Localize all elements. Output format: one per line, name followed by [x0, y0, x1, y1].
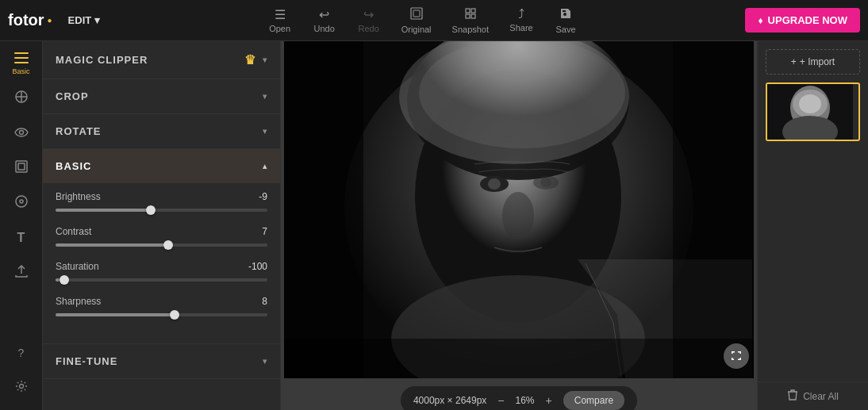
svg-point-23: [488, 178, 501, 190]
svg-rect-28: [284, 41, 363, 378]
basic-icon: [14, 52, 29, 67]
saturation-slider-row: Saturation -100: [56, 261, 267, 282]
svg-point-15: [19, 385, 23, 389]
magic-clipper-chevron: ▾: [263, 56, 267, 64]
canvas-dimensions: 4000px × 2649px: [413, 395, 486, 406]
magic-clipper-section: MAGIC CLIPPER ♛ ▾: [43, 41, 280, 79]
topbar-tools: ☰ Open ↩ Undo ↪ Redo Original Snapshot ⤴…: [100, 4, 745, 37]
fullscreen-button[interactable]: [724, 343, 749, 369]
photo-container: [284, 41, 754, 378]
svg-point-13: [16, 196, 27, 207]
thumbnail-container[interactable]: [766, 82, 860, 141]
sidebar-item-stickers[interactable]: [6, 187, 37, 219]
fine-tune-section: FINE-TUNE ▾: [43, 344, 280, 379]
snapshot-tool[interactable]: Snapshot: [444, 4, 497, 37]
import-button[interactable]: + + Import: [766, 49, 860, 75]
stickers-icon: [14, 194, 29, 212]
open-icon: ☰: [275, 7, 286, 22]
zoom-in-button[interactable]: +: [543, 394, 555, 407]
share-icon: ⤴: [518, 7, 524, 21]
rotate-header[interactable]: ROTATE ▾: [43, 114, 280, 148]
frames-icon: [15, 160, 28, 176]
sidebar-item-help[interactable]: ?: [6, 337, 37, 369]
brightness-slider-row: Brightness -9: [56, 191, 267, 212]
photo-thumbnail: [767, 84, 853, 140]
sidebar-item-text[interactable]: T: [6, 222, 37, 254]
brightness-slider[interactable]: [56, 209, 267, 212]
edit-dropdown[interactable]: EDIT ▾: [68, 14, 101, 26]
svg-rect-3: [471, 9, 475, 13]
fine-tune-header[interactable]: FINE-TUNE ▾: [43, 344, 280, 378]
clear-all-button[interactable]: Clear All: [758, 381, 868, 410]
svg-rect-11: [16, 161, 27, 172]
original-icon: [410, 7, 423, 23]
rotate-label: ROTATE: [56, 125, 102, 137]
original-tool[interactable]: Original: [394, 4, 440, 37]
upload-icon: [15, 264, 28, 282]
share-tool[interactable]: ⤴ Share: [501, 4, 541, 37]
sidebar-item-effects[interactable]: [6, 82, 37, 114]
magic-clipper-header[interactable]: MAGIC CLIPPER ♛ ▾: [43, 41, 280, 79]
crop-header[interactable]: CROP ▾: [43, 79, 280, 113]
sharpness-label: Sharpness: [56, 296, 101, 307]
basic-chevron: ▴: [263, 162, 267, 171]
basic-header[interactable]: BASIC ▴: [43, 149, 280, 183]
sidebar-item-frames[interactable]: [6, 152, 37, 184]
undo-icon: ↩: [319, 7, 329, 22]
contrast-value: 7: [262, 226, 267, 237]
svg-rect-5: [471, 14, 475, 18]
svg-point-21: [419, 41, 625, 148]
eye-icon: [14, 126, 29, 140]
save-icon: [559, 7, 572, 23]
svg-rect-29: [673, 41, 754, 378]
undo-tool[interactable]: ↩ Undo: [305, 4, 344, 37]
save-tool[interactable]: Save: [546, 4, 586, 37]
contrast-label: Contrast: [56, 226, 91, 237]
svg-rect-30: [284, 339, 754, 378]
main-area: Basic T: [0, 41, 868, 410]
icon-bar: Basic T: [0, 41, 43, 410]
zoom-bar: 4000px × 2649px − 16% + Compare: [401, 386, 637, 411]
svg-point-14: [20, 200, 23, 203]
diamond-icon: ♦: [758, 15, 762, 26]
upgrade-button[interactable]: ♦ UPGRADE NOW: [745, 8, 860, 33]
crop-label: CROP: [56, 90, 89, 102]
crop-chevron: ▾: [263, 92, 267, 101]
svg-rect-1: [413, 10, 420, 17]
sidebar-item-upload[interactable]: [6, 257, 37, 289]
gear-icon: [15, 380, 28, 396]
right-panel: + + Import Clear All: [757, 41, 868, 410]
sliders-container: Brightness -9 Contrast 7: [43, 183, 280, 343]
magic-clipper-label: MAGIC CLIPPER: [56, 54, 148, 66]
sharpness-slider-row: Sharpness 8: [56, 296, 267, 316]
trash-icon: [787, 389, 798, 404]
effects-icon: [14, 90, 29, 107]
sharpness-slider[interactable]: [56, 313, 267, 316]
svg-rect-8: [14, 62, 29, 63]
clear-all-label: Clear All: [803, 391, 839, 402]
sidebar-item-beauty[interactable]: [6, 117, 37, 149]
svg-rect-2: [466, 9, 470, 13]
svg-point-10: [19, 131, 23, 135]
compare-button[interactable]: Compare: [563, 391, 624, 410]
crown-icon: ♛: [244, 52, 256, 67]
contrast-slider-row: Contrast 7: [56, 226, 267, 247]
redo-tool[interactable]: ↪ Redo: [349, 4, 389, 37]
basic-label: BASIC: [56, 160, 91, 172]
svg-rect-7: [14, 57, 29, 59]
sidebar-item-settings[interactable]: [6, 372, 37, 404]
svg-point-25: [540, 178, 551, 187]
contrast-slider[interactable]: [56, 243, 267, 247]
canvas-area: 4000px × 2649px − 16% + Compare: [281, 41, 757, 410]
sidebar-item-basic[interactable]: Basic: [6, 48, 37, 79]
photo-canvas: [284, 41, 754, 378]
plus-icon: +: [791, 56, 797, 67]
saturation-value: -100: [248, 261, 267, 272]
open-tool[interactable]: ☰ Open: [260, 4, 300, 37]
photo-svg: [284, 41, 754, 378]
zoom-out-button[interactable]: −: [494, 394, 507, 407]
rotate-section: ROTATE ▾: [43, 114, 280, 149]
saturation-slider[interactable]: [56, 278, 267, 282]
brightness-value: -9: [259, 191, 267, 202]
basic-section: BASIC ▴ Brightness -9: [43, 149, 280, 344]
